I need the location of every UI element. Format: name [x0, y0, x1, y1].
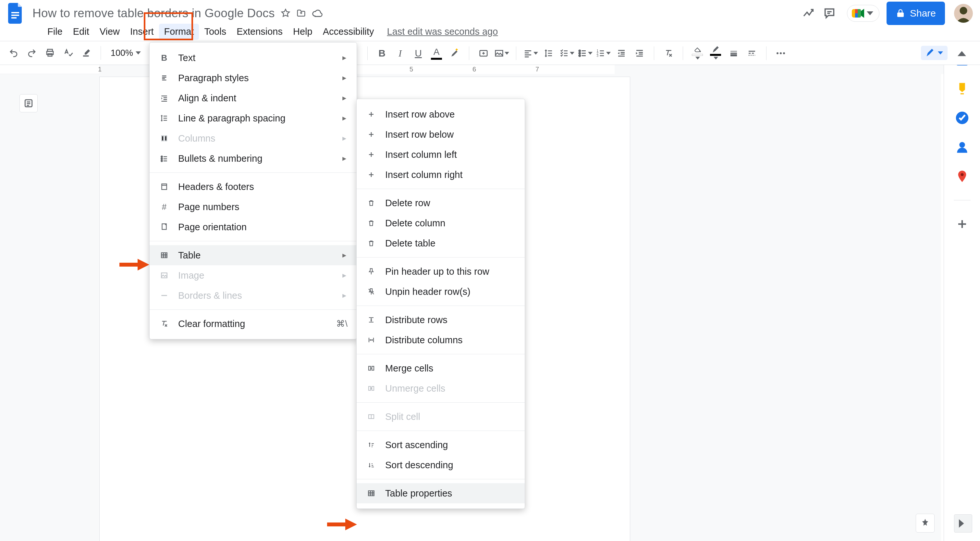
paint-format-button[interactable] [78, 45, 94, 61]
table-properties[interactable]: Table properties [356, 483, 525, 503]
table-delete-table[interactable]: Delete table [356, 233, 525, 253]
explore-button[interactable] [916, 514, 935, 533]
insert-image-button[interactable] [494, 45, 509, 61]
underline-button[interactable]: U [410, 45, 426, 61]
table-split-cell[interactable]: Split cell [356, 407, 525, 427]
menu-edit[interactable]: Edit [68, 24, 94, 40]
svg-point-17 [780, 52, 782, 54]
menu-help[interactable]: Help [288, 24, 318, 40]
spellcheck-button[interactable] [60, 45, 76, 61]
move-icon[interactable] [296, 8, 306, 18]
menu-accessibility[interactable]: Accessibility [318, 24, 379, 40]
table-merge-cells[interactable]: Merge cells [356, 358, 525, 378]
star-icon[interactable] [281, 8, 290, 18]
table-sort-asc[interactable]: Sort ascending [356, 435, 525, 455]
lock-icon [896, 8, 905, 18]
menu-tools[interactable]: Tools [199, 24, 231, 40]
format-image[interactable]: Image► [150, 265, 356, 286]
format-columns[interactable]: Columns► [150, 128, 356, 148]
fill-color-button[interactable] [690, 45, 705, 61]
get-addons-button[interactable] [955, 217, 970, 231]
border-width-button[interactable] [726, 45, 741, 61]
format-paragraph-styles[interactable]: Paragraph styles► [150, 68, 356, 88]
unmerge-icon [366, 383, 377, 394]
menu-view[interactable]: View [94, 24, 125, 40]
cloud-status-icon[interactable] [312, 8, 323, 18]
share-button[interactable]: Share [886, 2, 945, 25]
numbered-list-button[interactable]: 123 [595, 45, 611, 61]
line-spacing-icon [159, 113, 170, 124]
plus-icon [366, 129, 377, 140]
checklist-button[interactable] [559, 45, 575, 61]
docs-logo-icon[interactable] [7, 2, 25, 25]
format-align-indent[interactable]: Align & indent► [150, 88, 356, 108]
line-spacing-button[interactable] [541, 45, 557, 61]
format-clear-formatting[interactable]: Clear formatting⌘\ [150, 314, 356, 334]
keep-addon-icon[interactable] [955, 81, 970, 96]
table-insert-col-right[interactable]: Insert column right [356, 164, 525, 185]
hide-sidepanel-button[interactable] [954, 514, 972, 533]
format-page-numbers[interactable]: #Page numbers [150, 197, 356, 217]
table-insert-row-above[interactable]: Insert row above [356, 104, 525, 124]
svg-rect-33 [161, 273, 167, 278]
svg-point-18 [783, 52, 785, 54]
redo-button[interactable] [24, 45, 40, 61]
last-edit-link[interactable]: Last edit was seconds ago [387, 26, 498, 37]
distribute-rows-icon [366, 314, 377, 326]
print-button[interactable] [42, 45, 58, 61]
svg-rect-30 [162, 184, 167, 189]
zoom-value: 100% [111, 48, 133, 58]
increase-indent-button[interactable] [632, 45, 648, 61]
contacts-addon-icon[interactable] [955, 140, 970, 155]
horizontal-ruler[interactable]: 1 2 3 4 5 6 7 [0, 65, 980, 74]
table-delete-row[interactable]: Delete row [356, 193, 525, 213]
meet-button[interactable] [847, 5, 880, 22]
menu-file[interactable]: File [42, 24, 68, 40]
menu-extensions[interactable]: Extensions [231, 24, 288, 40]
table-distribute-cols[interactable]: Distribute columns [356, 330, 525, 350]
format-text[interactable]: BText► [150, 48, 356, 68]
text-color-button[interactable]: A [429, 45, 444, 61]
mode-selector[interactable] [921, 46, 948, 60]
chevron-down-icon [867, 10, 873, 17]
border-color-button[interactable] [708, 45, 723, 61]
align-button[interactable] [523, 45, 538, 61]
table-unpin-header[interactable]: Unpin header row(s) [356, 282, 525, 302]
insert-link-button[interactable] [476, 45, 491, 61]
italic-button[interactable]: I [392, 45, 408, 61]
menu-insert[interactable]: Insert [125, 24, 159, 40]
table-unmerge-cells[interactable]: Unmerge cells [356, 378, 525, 399]
clear-format-button[interactable] [661, 45, 676, 61]
format-table[interactable]: Table► [150, 245, 356, 265]
toolbar: 100% B I U A 123 [0, 41, 980, 65]
more-button[interactable] [773, 45, 789, 61]
comments-icon[interactable] [819, 3, 840, 24]
table-insert-row-below[interactable]: Insert row below [356, 124, 525, 145]
document-title[interactable]: How to remove table borders in Google Do… [32, 6, 275, 20]
undo-button[interactable] [6, 45, 21, 61]
bold-button[interactable]: B [374, 45, 390, 61]
account-avatar[interactable] [954, 4, 973, 23]
maps-addon-icon[interactable] [955, 169, 970, 184]
highlight-button[interactable] [447, 45, 462, 61]
format-headers-footers[interactable]: Headers & footers [150, 177, 356, 197]
tasks-addon-icon[interactable] [955, 110, 970, 125]
table-distribute-rows[interactable]: Distribute rows [356, 310, 525, 330]
document-outline-button[interactable] [19, 94, 38, 112]
border-dash-button[interactable] [744, 45, 760, 61]
format-line-spacing[interactable]: Line & paragraph spacing► [150, 108, 356, 128]
bulleted-list-button[interactable] [577, 45, 593, 61]
format-page-orientation[interactable]: Page orientation [150, 217, 356, 237]
decrease-indent-button[interactable] [614, 45, 629, 61]
collapse-toolbar-button[interactable] [954, 46, 970, 61]
table-sort-desc[interactable]: Sort descending [356, 455, 525, 475]
format-borders-lines[interactable]: Borders & lines► [150, 286, 356, 306]
activity-icon[interactable] [798, 3, 819, 24]
table-insert-col-left[interactable]: Insert column left [356, 145, 525, 164]
zoom-selector[interactable]: 100% [107, 48, 144, 58]
table-delete-column[interactable]: Delete column [356, 213, 525, 233]
svg-rect-39 [368, 491, 374, 496]
menu-format[interactable]: Format [159, 24, 199, 40]
table-pin-header[interactable]: Pin header up to this row [356, 262, 525, 282]
format-bullets-numbering[interactable]: Bullets & numbering► [150, 148, 356, 169]
